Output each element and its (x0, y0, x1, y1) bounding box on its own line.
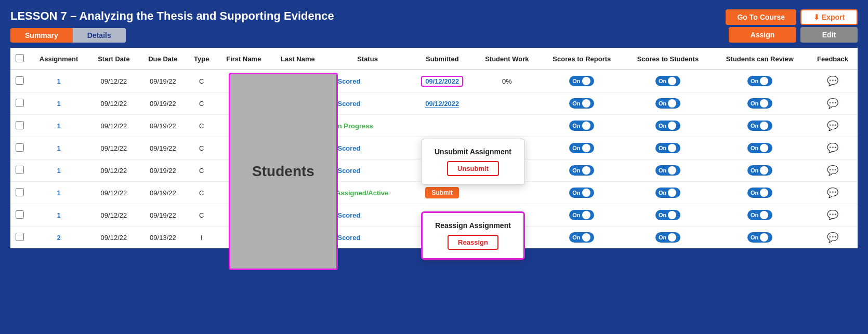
row-checkbox-5[interactable] (16, 188, 24, 196)
submit-button-5[interactable]: Submit (425, 187, 459, 198)
toggle-toggle3-1[interactable]: On (747, 98, 772, 109)
toggle-toggle3-5[interactable]: On (747, 188, 772, 198)
toggle-toggle1-3[interactable]: On (569, 143, 594, 153)
start-date-cell: 09/12/22 (88, 159, 139, 182)
unsubmit-button[interactable]: Unsubmit (447, 161, 499, 176)
status-label: Scored (337, 234, 360, 242)
start-date-cell: 09/12/22 (88, 92, 139, 115)
col-type: Type (187, 48, 216, 70)
toggle-toggle3-4[interactable]: On (747, 165, 772, 176)
toggle-scores-reports-cell-0: On (540, 70, 624, 92)
tab-details[interactable]: Details (73, 28, 126, 43)
feedback-icon-3[interactable]: 💬 (827, 143, 838, 153)
submitted-cell: 09/12/2022 (411, 70, 475, 92)
row-checkbox-3[interactable] (16, 143, 24, 152)
toggle-toggle2-6[interactable]: On (655, 210, 680, 220)
toggle-toggle2-3[interactable]: On (655, 143, 680, 153)
toggle-toggle1-5[interactable]: On (569, 188, 594, 198)
toggle-label: On (572, 123, 580, 129)
feedback-icon-5[interactable]: 💬 (827, 188, 838, 198)
assignment-link-3[interactable]: 1 (57, 144, 60, 152)
feedback-icon-7[interactable]: 💬 (827, 232, 838, 243)
tab-summary[interactable]: Summary (10, 28, 73, 43)
toggle-toggle1-1[interactable]: On (569, 98, 594, 109)
row-checkbox-6[interactable] (16, 210, 24, 219)
feedback-icon-0[interactable]: 💬 (827, 76, 838, 86)
assignment-link-2[interactable]: 1 (57, 122, 60, 130)
export-button[interactable]: ⬇ Export (800, 9, 858, 25)
feedback-icon-1[interactable]: 💬 (827, 98, 838, 109)
type-cell: C (187, 92, 216, 115)
toggle-label: On (659, 190, 666, 196)
col-checkbox (10, 48, 29, 70)
feedback-icon-4[interactable]: 💬 (827, 165, 838, 176)
toggle-toggle3-6[interactable]: On (747, 210, 772, 220)
status-label: Scored (337, 100, 360, 108)
toggle-knob (668, 122, 676, 130)
assignment-link-5[interactable]: 1 (57, 189, 60, 197)
row-checkbox-2[interactable] (16, 121, 24, 129)
col-last-name: Last Name (271, 48, 324, 70)
row-checkbox-0[interactable] (16, 76, 24, 85)
toggle-knob (668, 144, 676, 152)
feedback-icon-2[interactable]: 💬 (827, 121, 838, 131)
toggle-knob (582, 211, 590, 219)
toggle-toggle3-3[interactable]: On (747, 143, 772, 153)
feedback-icon-6[interactable]: 💬 (827, 210, 838, 220)
status-label: Assigned/Active (336, 189, 388, 197)
toggle-scores-reports-cell-1: On (540, 92, 624, 115)
toggle-toggle1-2[interactable]: On (569, 121, 594, 131)
toggle-label: On (751, 190, 758, 196)
toggle-students-review-cell-3: On (712, 137, 808, 159)
type-cell: C (187, 70, 216, 92)
toggle-knob (668, 99, 676, 108)
edit-button[interactable]: Edit (800, 27, 858, 43)
toggle-toggle2-0[interactable]: On (655, 76, 680, 86)
select-all-checkbox[interactable] (16, 54, 24, 62)
toggle-knob (668, 189, 676, 197)
toggle-toggle1-6[interactable]: On (569, 210, 594, 220)
reassign-popup-title: Reassign Assignment (433, 221, 513, 230)
submitted-link-1[interactable]: 09/12/2022 (425, 100, 459, 108)
toggle-scores-reports-cell-7: On (540, 226, 624, 249)
due-date-cell: 09/13/22 (139, 226, 187, 249)
assignment-link-1[interactable]: 1 (57, 100, 60, 108)
row-checkbox-7[interactable] (16, 233, 24, 241)
page-title: LESSON 7 – Analyzing the Thesis and Supp… (10, 9, 334, 23)
reassign-button[interactable]: Reassign (448, 235, 498, 250)
toggle-toggle3-7[interactable]: On (747, 232, 772, 243)
toggle-toggle3-0[interactable]: On (747, 76, 772, 86)
toggle-scores-students-cell-7: On (624, 226, 712, 249)
row-checkbox-1[interactable] (16, 99, 24, 107)
toggle-scores-reports-cell-5: On (540, 182, 624, 204)
toggle-scores-reports-cell-4: On (540, 159, 624, 182)
toggle-toggle1-7[interactable]: On (569, 232, 594, 243)
start-date-cell: 09/12/22 (88, 137, 139, 159)
toggle-label: On (572, 234, 580, 241)
unsubmit-popup: Unsubmit Assignment Unsubmit (421, 139, 525, 185)
row-checkbox-4[interactable] (16, 166, 24, 174)
col-first-name: First Name (216, 48, 271, 70)
toggle-toggle1-0[interactable]: On (569, 76, 594, 86)
toggle-toggle2-4[interactable]: On (655, 165, 680, 176)
toggle-toggle2-2[interactable]: On (655, 121, 680, 131)
toggle-label: On (751, 167, 758, 173)
toggle-toggle2-1[interactable]: On (655, 98, 680, 109)
assignment-link-0[interactable]: 1 (57, 77, 60, 85)
assignment-link-4[interactable]: 1 (57, 167, 60, 175)
col-scores-students: Scores to Students (624, 48, 712, 70)
toggle-knob (668, 233, 676, 242)
toggle-toggle2-7[interactable]: On (655, 232, 680, 243)
toggle-label: On (659, 167, 666, 173)
students-overlay: Students (229, 73, 338, 270)
assignment-link-7[interactable]: 2 (57, 234, 60, 242)
toggle-toggle1-4[interactable]: On (569, 165, 594, 176)
assignment-link-6[interactable]: 1 (57, 211, 60, 219)
assign-button[interactable]: Assign (729, 27, 796, 43)
student-work-cell (474, 115, 540, 137)
toggle-knob (760, 189, 768, 197)
toggle-toggle2-5[interactable]: On (655, 188, 680, 198)
col-start-date: Start Date (88, 48, 139, 70)
toggle-toggle3-2[interactable]: On (747, 121, 772, 131)
go-to-course-button[interactable]: Go To Course (726, 9, 796, 25)
